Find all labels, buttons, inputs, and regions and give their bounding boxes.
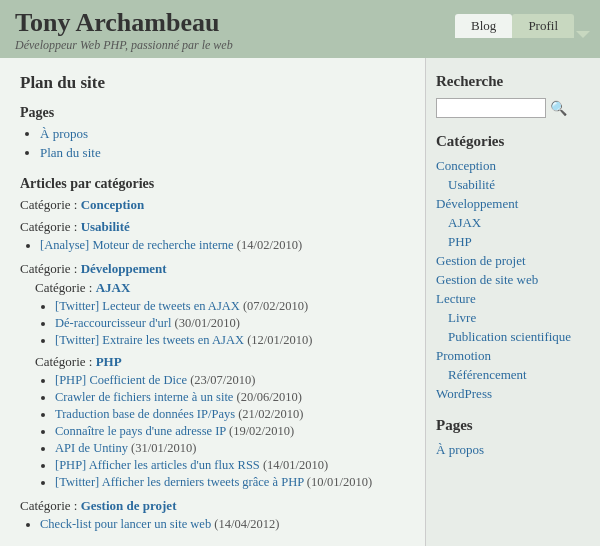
sidebar-apropos-link[interactable]: À propos — [436, 442, 484, 457]
search-box: 🔍 — [436, 98, 590, 118]
cat-conception-link[interactable]: Conception — [81, 197, 145, 212]
list-item: PHP — [436, 234, 590, 250]
cat-label: Catégorie : Gestion de projet — [20, 498, 176, 513]
article-link[interactable]: [PHP] Afficher les articles d'un flux RS… — [55, 458, 260, 472]
pages-section: Pages À propos Plan du site — [20, 105, 405, 161]
list-item: Crawler de fichiers interne à un site (2… — [55, 390, 405, 405]
articles-list: Check-list pour lancer un site web (14/0… — [20, 517, 405, 532]
search-title: Recherche — [436, 73, 590, 90]
cat-ajax-link[interactable]: AJAX — [96, 280, 131, 295]
list-item: WordPress — [436, 386, 590, 402]
sidebar-cat-usabilite[interactable]: Usabilité — [448, 177, 495, 192]
list-item: À propos — [436, 442, 590, 458]
sidebar-cat-wordpress[interactable]: WordPress — [436, 386, 492, 401]
list-item: Catégorie : PHP [PHP] Coefficient de Dic… — [35, 354, 405, 490]
header: Tony Archambeau Développeur Web PHP, pas… — [0, 0, 600, 58]
sidebar-cat-livre[interactable]: Livre — [448, 310, 476, 325]
cat-developpement-link[interactable]: Développement — [81, 261, 167, 276]
article-link[interactable]: API de Untiny — [55, 441, 128, 455]
tab-profil[interactable]: Profil — [512, 14, 574, 38]
article-date: (07/02/2010) — [243, 299, 308, 313]
list-item: Référencement — [436, 367, 590, 383]
plan-du-site-link[interactable]: Plan du site — [40, 145, 101, 160]
list-item: [PHP] Coefficient de Dice (23/07/2010) — [55, 373, 405, 388]
sidebar-cat-referencement[interactable]: Référencement — [448, 367, 527, 382]
list-item: Publication scientifique — [436, 329, 590, 345]
sidebar-cat-lecture[interactable]: Lecture — [436, 291, 476, 306]
articles-section: Articles par catégories Catégorie : Conc… — [20, 176, 405, 532]
list-item: Conception — [436, 158, 590, 174]
list-item: Plan du site — [40, 145, 405, 161]
list-item: Check-list pour lancer un site web (14/0… — [40, 517, 405, 532]
search-input[interactable] — [436, 98, 546, 118]
categories-list: Catégorie : Conception Catégorie : Usabi… — [20, 197, 405, 532]
list-item: Catégorie : Conception — [20, 197, 405, 213]
cat-gestion-projet-link[interactable]: Gestion de projet — [81, 498, 177, 513]
sidebar-cat-php[interactable]: PHP — [448, 234, 472, 249]
article-link[interactable]: [Twitter] Lecteur de tweets en AJAX — [55, 299, 240, 313]
article-date: (23/07/2010) — [190, 373, 255, 387]
articles-section-title: Articles par catégories — [20, 176, 405, 192]
content-wrapper: Plan du site Pages À propos Plan du site… — [0, 58, 600, 546]
article-date: (30/01/2010) — [175, 316, 240, 330]
list-item: [Twitter] Lecteur de tweets en AJAX (07/… — [55, 299, 405, 314]
sidebar-cat-ajax[interactable]: AJAX — [448, 215, 481, 230]
list-item: Dé-raccourcisseur d'url (30/01/2010) — [55, 316, 405, 331]
pages-section-title: Pages — [20, 105, 405, 121]
categories-title: Catégories — [436, 133, 590, 150]
article-link[interactable]: [Twitter] Afficher les derniers tweets g… — [55, 475, 304, 489]
article-link[interactable]: Traduction base de données IP/Pays — [55, 407, 235, 421]
list-item: [Analyse] Moteur de recherche interne (1… — [40, 238, 405, 253]
tab-blog[interactable]: Blog — [455, 14, 512, 38]
sidebar-cat-developpement[interactable]: Développement — [436, 196, 518, 211]
header-title-block: Tony Archambeau Développeur Web PHP, pas… — [15, 8, 233, 58]
list-item: Développement — [436, 196, 590, 212]
article-link[interactable]: [PHP] Coefficient de Dice — [55, 373, 187, 387]
article-date: (14/04/2012) — [214, 517, 279, 531]
site-tagline: Développeur Web PHP, passionné par le we… — [15, 38, 233, 53]
cat-php-link[interactable]: PHP — [96, 354, 122, 369]
list-item: Gestion de site web — [436, 272, 590, 288]
article-date: (10/01/2010) — [307, 475, 372, 489]
list-item: API de Untiny (31/01/2010) — [55, 441, 405, 456]
sidebar-cat-gestion-projet[interactable]: Gestion de projet — [436, 253, 526, 268]
list-item: [PHP] Afficher les articles d'un flux RS… — [55, 458, 405, 473]
list-item: Gestion de projet — [436, 253, 590, 269]
list-item: Catégorie : AJAX [Twitter] Lecteur de tw… — [35, 280, 405, 348]
list-item: Lecture — [436, 291, 590, 307]
article-link[interactable]: Dé-raccourcisseur d'url — [55, 316, 171, 330]
sidebar: Recherche 🔍 Catégories Conception Usabil… — [425, 58, 600, 546]
sidebar-cat-promotion[interactable]: Promotion — [436, 348, 491, 363]
list-item: Usabilité — [436, 177, 590, 193]
sidebar-categories-list: Conception Usabilité Développement AJAX … — [436, 158, 590, 402]
cat-label: Catégorie : Conception — [20, 197, 144, 212]
search-icon[interactable]: 🔍 — [550, 100, 567, 117]
sidebar-cat-publication[interactable]: Publication scientifique — [448, 329, 571, 344]
site-title: Tony Archambeau — [15, 8, 233, 38]
subcat-label: Catégorie : AJAX — [35, 280, 130, 295]
page-title: Plan du site — [20, 73, 405, 93]
article-date: (14/01/2010) — [263, 458, 328, 472]
cat-usabilite-link[interactable]: Usabilité — [81, 219, 130, 234]
article-link[interactable]: Crawler de fichiers interne à un site — [55, 390, 233, 404]
list-item: Promotion — [436, 348, 590, 364]
sidebar-pages-title: Pages — [436, 417, 590, 434]
article-date: (20/06/2010) — [237, 390, 302, 404]
article-link[interactable]: Check-list pour lancer un site web — [40, 517, 211, 531]
sidebar-pages-list: À propos — [436, 442, 590, 458]
list-item: Catégorie : Gestion de projet Check-list… — [20, 498, 405, 532]
pages-list: À propos Plan du site — [20, 126, 405, 161]
article-link[interactable]: [Twitter] Extraire les tweets en AJAX — [55, 333, 244, 347]
header-nav-block: Blog Profil — [455, 8, 590, 38]
sidebar-cat-conception[interactable]: Conception — [436, 158, 496, 173]
list-item: AJAX — [436, 215, 590, 231]
cat-label: Catégorie : Développement — [20, 261, 167, 276]
article-date: (19/02/2010) — [229, 424, 294, 438]
article-date: (14/02/2010) — [237, 238, 302, 252]
article-link[interactable]: [Analyse] Moteur de recherche interne — [40, 238, 234, 252]
list-item: À propos — [40, 126, 405, 142]
apropos-link[interactable]: À propos — [40, 126, 88, 141]
subcat-list: Catégorie : AJAX [Twitter] Lecteur de tw… — [20, 280, 405, 490]
sidebar-cat-gestion-site[interactable]: Gestion de site web — [436, 272, 538, 287]
article-link[interactable]: Connaître le pays d'une adresse IP — [55, 424, 226, 438]
